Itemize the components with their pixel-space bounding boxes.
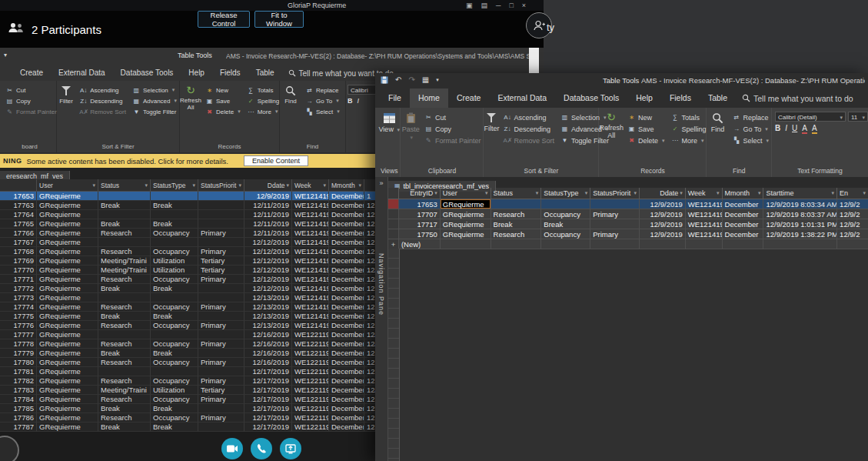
cell[interactable]: Primary [198, 247, 244, 256]
new-record-button[interactable]: ∗New [625, 112, 667, 123]
maximize-icon[interactable]: □ [509, 2, 513, 9]
cell[interactable]: Tertiary [198, 386, 244, 395]
cell[interactable]: WE122119 [292, 413, 329, 423]
cell[interactable]: Occupancy [151, 302, 198, 312]
cell[interactable]: Research [98, 275, 151, 284]
cell[interactable]: WE122119 [292, 376, 329, 386]
nav-expand-icon[interactable]: » [379, 179, 383, 187]
cell[interactable]: GRequierme [37, 266, 98, 275]
cell[interactable]: Primary [198, 275, 244, 284]
table-row[interactable]: 17653GRequierme12/9/2019WE121419December… [388, 199, 868, 209]
cell[interactable] [98, 293, 151, 302]
cell[interactable] [198, 349, 244, 358]
view-button[interactable]: View ▾ [379, 112, 400, 133]
grid-icon[interactable]: ▦ [422, 75, 429, 84]
highlight-color-button[interactable]: A [812, 124, 817, 134]
cell[interactable]: WE121419 [292, 256, 329, 266]
cell[interactable]: December [329, 376, 364, 386]
italic-button[interactable]: I [785, 124, 787, 134]
cell[interactable]: 17774 [0, 302, 37, 312]
underline-button[interactable]: U [792, 124, 797, 134]
cell[interactable]: Meeting/Traini [98, 266, 151, 275]
column-header[interactable]: Status▾ [491, 188, 542, 199]
cell[interactable]: 12/17/2019 [244, 367, 292, 376]
tab-table[interactable]: Table [700, 89, 736, 108]
cell[interactable]: December [329, 210, 364, 219]
cell[interactable] [723, 239, 764, 249]
cell[interactable]: Research [98, 229, 151, 238]
spelling-button[interactable]: ✓Spelling [669, 123, 709, 135]
cell[interactable]: December [329, 247, 364, 256]
row-selector[interactable] [388, 209, 399, 219]
ascending-button[interactable]: A↓Ascending [501, 112, 557, 123]
cell[interactable] [198, 210, 244, 219]
column-header[interactable]: Week▾ [292, 179, 329, 191]
cell[interactable]: WE122119 [292, 386, 329, 395]
more-button[interactable]: ⋯More▾ [244, 106, 281, 117]
cell[interactable]: 17773 [0, 293, 37, 302]
cell[interactable]: 12/17/2019 [244, 395, 292, 404]
delete-record-button[interactable]: ✖Delete▾ [625, 135, 667, 146]
cell[interactable] [198, 284, 244, 293]
cell[interactable]: 17653 [0, 192, 37, 201]
cell[interactable]: 12/12/2019 [244, 256, 292, 266]
cell[interactable]: GRequierme [37, 349, 98, 358]
cell[interactable]: Occupancy [151, 275, 198, 284]
cell[interactable] [98, 210, 151, 219]
cell[interactable]: GRequierme [37, 339, 98, 349]
cell[interactable]: WE122119 [292, 358, 329, 367]
column-header[interactable]: Status▾ [98, 179, 151, 191]
cell[interactable]: December [723, 219, 764, 229]
cell[interactable]: GRequierme [37, 395, 98, 404]
new-record-button[interactable]: ∗New [203, 85, 243, 95]
column-header[interactable]: Week▾ [686, 188, 723, 199]
cell[interactable]: 12/16/2019 [244, 349, 292, 358]
cell[interactable] [441, 239, 491, 249]
cell[interactable]: WE121419 [292, 302, 329, 312]
cell[interactable]: WE122119 [292, 349, 329, 358]
copy-button[interactable]: ▤Copy [3, 95, 59, 106]
cell[interactable]: 12/17/2019 [244, 423, 292, 432]
cell[interactable]: 12/9/2019 [244, 192, 292, 201]
copy-button[interactable]: ▤Copy [422, 123, 484, 135]
cell[interactable]: Occupancy [151, 229, 198, 238]
cell[interactable] [198, 367, 244, 376]
cell[interactable]: 17772 [0, 284, 37, 293]
paste-button[interactable]: Paste ▾ [401, 112, 420, 141]
cell[interactable]: Occupancy [541, 229, 590, 239]
column-header[interactable]: EntryID▾ [399, 188, 441, 199]
cell[interactable]: December [329, 256, 364, 266]
close-icon[interactable]: × [522, 2, 526, 9]
font-size-select[interactable]: 11▾ [848, 112, 868, 122]
cell[interactable]: Utilization [151, 386, 198, 395]
format-painter-button[interactable]: ✎Format Painter [422, 135, 484, 146]
cell[interactable]: 17653 [399, 199, 441, 209]
cell[interactable]: GRequierme [37, 413, 98, 423]
remove-sort-button[interactable]: A✗Remove Sort [501, 135, 557, 146]
cell[interactable]: GRequierme [37, 423, 98, 432]
cell[interactable]: Primary [198, 395, 244, 404]
cell[interactable]: Primary [590, 209, 640, 219]
cell[interactable]: 12/13/2019 [244, 293, 292, 302]
goto-button[interactable]: →Go To▾ [303, 95, 342, 106]
cell[interactable]: WE121419 [292, 238, 329, 247]
column-header[interactable]: Mmonth▾ [329, 179, 364, 191]
cell[interactable]: December [329, 266, 364, 275]
cell[interactable]: December [329, 284, 364, 293]
column-header[interactable]: En▾ [837, 188, 868, 199]
cell[interactable]: 12/9/2019 [640, 209, 686, 219]
cell[interactable]: 17770 [0, 266, 37, 275]
tab-fields[interactable]: Fields [212, 65, 248, 81]
cell[interactable]: 17763 [0, 201, 37, 210]
more-button[interactable]: ⋯More▾ [669, 135, 709, 146]
tab-help[interactable]: Help [627, 89, 661, 108]
cell[interactable]: 12/9/2 [837, 199, 868, 209]
cell[interactable] [590, 219, 640, 229]
cell[interactable] [590, 239, 640, 249]
cell[interactable]: WE122119 [292, 395, 329, 404]
cut-button[interactable]: ✂Cut [422, 112, 484, 123]
cell[interactable]: December [329, 312, 364, 321]
cell[interactable]: 12/12/2019 [244, 275, 292, 284]
cell[interactable]: 12/9/2 [837, 229, 868, 239]
cell[interactable]: Primary [198, 376, 244, 386]
